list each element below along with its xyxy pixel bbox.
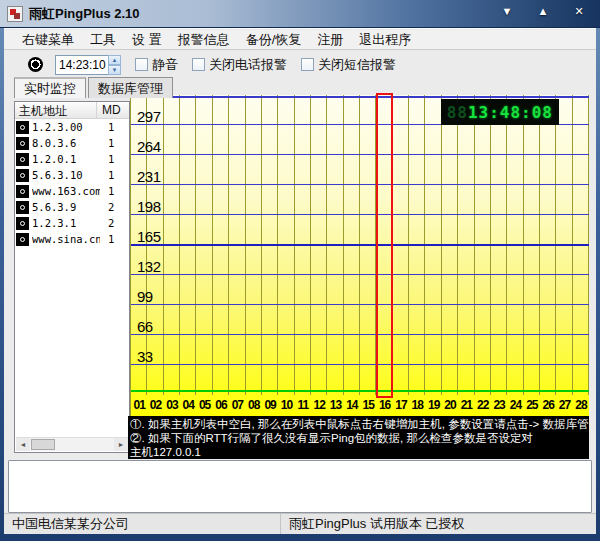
client-area: 右键菜单工具设 置报警信息备份/恢复注册退出程序 14:23:10 ▲ ▼ 静音… [4,28,596,534]
output-textbox[interactable] [8,460,592,513]
baseline-green-line [131,390,589,392]
scroll-left-icon[interactable]: ◄ [16,438,30,451]
host-md-value: 1 [100,185,114,197]
x-axis-label: 04 [180,395,196,417]
host-address: www.sina.cn [32,233,100,245]
checkbox-3[interactable] [301,58,314,71]
host-md-value: 2 [100,201,114,213]
host-row[interactable]: 5.6.3.101 [15,167,129,183]
grid-hline [131,214,589,215]
spin-down-button[interactable]: ▼ [108,65,121,75]
x-axis-label: 28 [573,395,589,417]
app-window: 雨虹PingPlus 2.10 ▼▲✕ 右键菜单工具设 置报警信息备份/恢复注册… [0,0,600,541]
title-bar: 雨虹PingPlus 2.10 ▼▲✕ [0,0,600,28]
x-axis-labels: 0102030405060708091011121314151617181920… [131,395,589,417]
x-axis-label: 03 [164,395,180,417]
close-button[interactable]: ✕ [566,2,592,20]
checkbox-1[interactable] [135,58,148,71]
y-axis-label: 198 [137,198,177,213]
menu-item[interactable]: 注册 [309,31,351,49]
tab-数据库管理[interactable]: 数据库管理 [88,77,173,98]
time-spinner: ▲ ▼ [108,55,121,75]
host-address: 1.2.3.1 [32,217,100,229]
host-row[interactable]: www.163.com1 [15,183,129,199]
y-axis-label: 297 [137,108,177,123]
host-md-value: 1 [100,169,114,181]
menu-item[interactable]: 报警信息 [170,31,238,49]
grid-hline [131,334,589,335]
menu-item[interactable]: 右键菜单 [14,31,82,49]
host-status-icon [16,121,29,134]
minimize-button[interactable]: ▼ [494,2,520,20]
y-axis-label: 264 [137,138,177,153]
checkbox-group: 关闭电话报警 [192,56,287,74]
x-axis-label: 05 [196,395,212,417]
help-line: 主机127.0.0.1 [130,445,589,459]
host-address: www.163.com [32,185,100,197]
led-ghost-digits: 88 [447,103,468,122]
scroll-right-icon[interactable]: ► [114,438,128,451]
host-status-icon [16,169,29,182]
maximize-button[interactable]: ▲ [530,2,556,20]
host-row[interactable]: 1.2.3.12 [15,215,129,231]
host-md-value: 2 [100,217,114,229]
grid-hline [131,274,589,275]
app-icon [7,6,23,22]
help-text-box: ①. 如果主机列表中空白, 那么在列表中鼠标点击右键增加主机, 参数设置请点击-… [128,416,589,459]
column-header-host[interactable]: 主机地址 [15,102,97,118]
grid-hline [131,154,589,155]
checkbox-label: 关闭电话报警 [209,56,287,74]
menu-item[interactable]: 退出程序 [351,31,419,49]
time-value[interactable]: 14:23:10 [56,58,106,72]
x-axis-label: 14 [344,395,360,417]
checkbox-2[interactable] [192,58,205,71]
x-axis-label: 26 [540,395,556,417]
x-axis-label: 15 [360,395,376,417]
x-axis-label: 27 [556,395,572,417]
host-row[interactable]: 1.2.0.11 [15,151,129,167]
host-status-icon [16,153,29,166]
x-axis-label: 09 [262,395,278,417]
menu-item[interactable]: 工具 [82,31,124,49]
x-axis-label: 24 [507,395,523,417]
record-indicator-button[interactable] [28,57,43,72]
host-md-value: 1 [100,137,114,149]
grid-hline [131,364,589,365]
host-row[interactable]: 1.2.3.001 [15,119,129,135]
horizontal-scrollbar[interactable]: ◄ ► [16,437,128,451]
time-spinbox[interactable]: 14:23:10 [55,55,109,75]
host-list-panel: 主机地址 MD 1.2.3.0018.0.3.611.2.0.115.6.3.1… [14,101,130,453]
status-license: 雨虹PingPlus 试用版本 已授权 [281,515,465,533]
checkbox-group: 关闭短信报警 [301,56,396,74]
status-bar: 中国电信某某分公司 雨虹PingPlus 试用版本 已授权 [4,513,596,534]
checkbox-label: 静音 [152,56,178,74]
scroll-thumb[interactable] [31,439,55,450]
host-status-icon [16,137,29,150]
checkbox-label: 关闭短信报警 [318,56,396,74]
x-axis-label: 17 [393,395,409,417]
window-title: 雨虹PingPlus 2.10 [29,5,140,23]
host-status-icon [16,217,29,230]
y-axis-label: 132 [137,258,177,273]
tab-实时监控[interactable]: 实时监控 [14,77,86,98]
y-axis-label: 165 [137,228,177,243]
x-axis-label: 07 [229,395,245,417]
led-time: 13:48:08 [468,103,553,122]
host-row[interactable]: 5.6.3.92 [15,199,129,215]
host-row[interactable]: www.sina.cn1 [15,231,129,247]
x-axis-label: 06 [213,395,229,417]
host-md-value: 1 [100,153,114,165]
spin-up-button[interactable]: ▲ [108,55,121,65]
x-axis-label: 12 [311,395,327,417]
host-row[interactable]: 8.0.3.61 [15,135,129,151]
grid-hline [131,244,589,246]
x-axis-label: 01 [131,395,147,417]
toolbar: 14:23:10 ▲ ▼ 静音关闭电话报警关闭短信报警 [4,51,596,78]
host-address: 1.2.3.00 [32,121,100,133]
chart-top-border [131,96,589,98]
menu-item[interactable]: 备份/恢复 [238,31,310,49]
column-header-md[interactable]: MD [97,102,129,118]
menu-item[interactable]: 设 置 [124,31,170,49]
y-axis-label: 99 [137,288,177,303]
x-axis-label: 16 [376,395,392,417]
